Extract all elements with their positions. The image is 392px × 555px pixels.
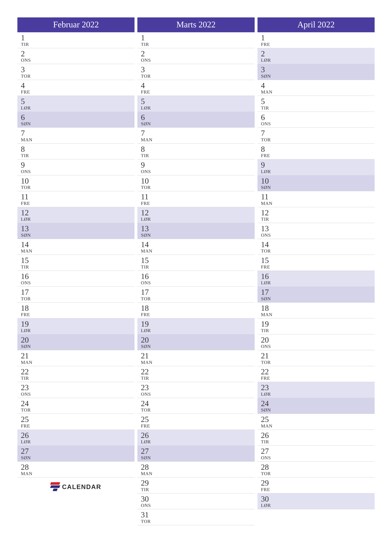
day-cell: 5LØR	[17, 96, 135, 112]
day-of-week-label: SØN	[141, 455, 255, 460]
day-of-week-label: TIR	[21, 264, 135, 270]
day-of-week-label: LØR	[141, 439, 255, 445]
day-cell: 27ONS	[257, 446, 375, 462]
day-number: 24	[21, 399, 135, 408]
day-of-week-label: TOR	[261, 248, 375, 254]
day-number: 21	[141, 351, 255, 360]
day-of-week-label: SØN	[21, 232, 135, 238]
day-of-week-label: TOR	[261, 137, 375, 142]
day-of-week-label: SØN	[21, 455, 135, 460]
day-cell: 23ONS	[17, 382, 135, 398]
day-number: 1	[21, 34, 135, 42]
day-of-week-label: FRE	[141, 312, 255, 317]
day-of-week-label: ONS	[261, 232, 375, 238]
day-number: 1	[261, 34, 375, 42]
day-of-week-label: TIR	[261, 105, 375, 110]
day-cell: 2LØR	[257, 48, 375, 64]
day-cell: 19LØR	[137, 319, 255, 335]
day-number: 26	[141, 431, 255, 439]
day-cell: 22TIR	[17, 366, 135, 382]
day-number: 20	[261, 336, 375, 344]
day-cell: 10SØN	[257, 175, 375, 191]
day-cell: 20SØN	[17, 335, 135, 351]
day-of-week-label: TIR	[141, 42, 255, 47]
day-cell: 7MAN	[137, 128, 255, 144]
day-number: 19	[141, 320, 255, 328]
day-number: 12	[141, 209, 255, 217]
day-cell: 6SØN	[137, 112, 255, 128]
day-of-week-label: FRE	[261, 264, 375, 270]
day-of-week-label: SØN	[261, 407, 375, 413]
day-number: 5	[261, 97, 375, 106]
day-of-week-label: FRE	[141, 89, 255, 95]
day-of-week-label: TIR	[21, 375, 135, 381]
brand-name: CALENDAR	[62, 483, 101, 490]
day-of-week-label: TOR	[261, 471, 375, 476]
day-cell: 1TIR	[137, 32, 255, 48]
day-of-week-label: MAN	[21, 471, 135, 476]
day-number: 18	[141, 304, 255, 312]
day-number: 4	[141, 81, 255, 90]
day-number: 9	[141, 161, 255, 169]
day-number: 18	[21, 304, 135, 312]
day-number: 26	[261, 431, 375, 439]
day-of-week-label: TOR	[141, 185, 255, 190]
day-number: 25	[141, 415, 255, 424]
day-of-week-label: TOR	[141, 296, 255, 301]
day-cell: 18FRE	[17, 303, 135, 319]
day-number: 2	[141, 50, 255, 58]
day-number: 22	[21, 367, 135, 376]
day-of-week-label: MAN	[141, 471, 255, 476]
day-number: 30	[261, 495, 375, 503]
day-number: 29	[261, 479, 375, 487]
day-of-week-label: LØR	[261, 280, 375, 285]
day-number: 20	[21, 336, 135, 344]
day-cell: 5LØR	[137, 96, 255, 112]
day-cell: 13SØN	[137, 223, 255, 239]
day-of-week-label: FRE	[21, 423, 135, 429]
day-cell: 22FRE	[257, 366, 375, 382]
day-of-week-label: TOR	[261, 360, 375, 365]
month-column: April 20221FRE2LØR3SØN4MAN5TIR6ONS7TOR8F…	[257, 17, 375, 525]
day-cell: 28TOR	[257, 462, 375, 478]
day-of-week-label: LØR	[261, 391, 375, 397]
day-cell: 22TIR	[137, 366, 255, 382]
day-cell: 25MAN	[257, 414, 375, 430]
day-number: 13	[21, 224, 135, 233]
day-of-week-label: TOR	[21, 73, 135, 79]
day-cell: 24TOR	[17, 398, 135, 414]
day-of-week-label: SØN	[141, 121, 255, 126]
day-cell: 12TIR	[257, 207, 375, 223]
day-cell: 24SØN	[257, 398, 375, 414]
day-of-week-label: TIR	[261, 216, 375, 222]
day-number: 8	[21, 145, 135, 153]
day-number: 4	[261, 81, 375, 90]
day-number: 11	[261, 193, 375, 201]
day-number: 8	[141, 145, 255, 153]
day-cell: 7MAN	[17, 128, 135, 144]
calendar-3-month: Februar 20221TIR2ONS3TOR4FRE5LØR6SØN7MAN…	[17, 17, 375, 525]
day-of-week-label: LØR	[21, 105, 135, 110]
day-of-week-label: SØN	[21, 121, 135, 126]
day-cell: 14MAN	[137, 239, 255, 255]
day-number: 3	[261, 65, 375, 74]
month-header: April 2022	[257, 17, 375, 32]
day-of-week-label: TOR	[141, 407, 255, 413]
day-number: 9	[21, 161, 135, 169]
day-number: 23	[21, 383, 135, 392]
month-column: Marts 20221TIR2ONS3TOR4FRE5LØR6SØN7MAN8T…	[137, 17, 255, 525]
day-cell: 28MAN	[17, 462, 135, 478]
day-number: 19	[21, 320, 135, 328]
day-of-week-label: ONS	[141, 280, 255, 285]
day-of-week-label: MAN	[261, 201, 375, 206]
day-number: 7	[21, 129, 135, 137]
day-number: 21	[261, 351, 375, 360]
day-cell: 27SØN	[17, 446, 135, 462]
day-of-week-label: LØR	[141, 105, 255, 110]
day-of-week-label: LØR	[261, 503, 375, 508]
month-header: Marts 2022	[137, 17, 255, 32]
day-of-week-label: ONS	[141, 169, 255, 174]
day-cell: 21MAN	[137, 350, 255, 366]
day-cell: 3TOR	[137, 64, 255, 80]
day-cell: 30LØR	[257, 493, 375, 510]
